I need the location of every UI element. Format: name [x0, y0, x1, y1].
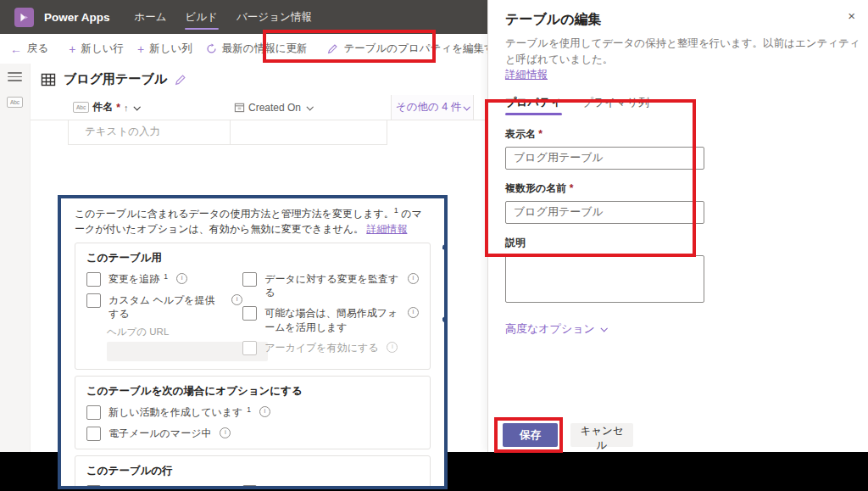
top-nav: ホーム ビルド バージョン情報	[125, 0, 321, 34]
plus-icon: +	[69, 43, 75, 55]
chevron-down-icon	[464, 103, 470, 110]
app-name: Power Apps	[44, 11, 110, 24]
new-row-button[interactable]: + 新しい行	[62, 42, 131, 56]
table-title: ブログ用テーブル	[64, 71, 167, 87]
info-icon: i	[408, 307, 419, 318]
plural-name-input[interactable]	[505, 201, 704, 224]
checkbox[interactable]	[242, 306, 257, 321]
details-link[interactable]: 詳細情報	[505, 68, 851, 82]
description-label: 説明	[505, 236, 851, 250]
plural-name-field: 複数形の名前 *	[505, 181, 851, 224]
cancel-button[interactable]: キャンセル	[570, 423, 633, 447]
refresh-icon	[206, 43, 217, 54]
nav-build[interactable]: ビルド	[176, 0, 227, 34]
info-icon: i	[408, 273, 419, 284]
text-type-icon: Abc	[73, 102, 89, 113]
text-column-icon[interactable]: Abc	[7, 97, 23, 108]
table-grid-icon	[41, 72, 56, 87]
section-title: このテーブルの行	[86, 464, 419, 478]
sort-ascending-icon: ↑	[124, 103, 129, 113]
display-name-input[interactable]	[505, 147, 704, 170]
checkbox[interactable]	[86, 272, 101, 287]
left-rail: Abc	[0, 64, 31, 452]
chevron-down-icon	[600, 325, 607, 332]
top-bar: Power Apps ホーム ビルド バージョン情報	[0, 0, 487, 34]
table-title-row: ブログ用テーブル	[41, 71, 186, 87]
info-icon: i	[387, 342, 398, 353]
back-arrow-icon: ←	[10, 43, 22, 55]
checkbox-team-access[interactable]: チームにアクセスする i	[86, 485, 242, 489]
tab-properties[interactable]: プロパティ	[505, 95, 562, 115]
chevron-down-icon	[134, 103, 141, 110]
callout-pointer	[442, 244, 448, 324]
section-table-rows: このテーブルの行 チームにアクセスする i 検索結果に表示	[75, 455, 431, 489]
close-icon[interactable]: ×	[848, 9, 855, 22]
screenshot-stage: Power Apps ホーム ビルド バージョン情報 ← 戻る + 新しい行 +…	[0, 0, 868, 491]
checkbox-show-in-search[interactable]: 検索結果に表示	[242, 485, 419, 489]
panel-description: テーブルを使用してデータの保持と整理を行います。以前はエンティティと呼ばれていま…	[505, 36, 861, 68]
section-make-optional: このテーブルを次の場合にオプションにする 新しい活動を作成しています 1 i 電…	[75, 376, 431, 449]
callout-details-link[interactable]: 詳細情報	[366, 223, 407, 235]
description-textarea[interactable]	[505, 255, 704, 303]
new-column-button[interactable]: + 新しい列	[131, 42, 199, 56]
table-options-callout: このテーブルに含まれるデータの使用方法と管理方法を変更します。1 のマークが付い…	[58, 195, 448, 489]
checkbox[interactable]	[86, 293, 101, 308]
advanced-options-link[interactable]: 高度なオプション	[505, 321, 606, 337]
checkbox-quick-create-forms[interactable]: 可能な場合は、簡易作成フォームを活用します i	[242, 306, 419, 333]
description-field: 説明	[505, 236, 851, 306]
section-title: このテーブル用	[86, 251, 419, 265]
checkbox-email-merge[interactable]: 電子メールのマージ中 i	[86, 427, 419, 441]
calendar-icon	[234, 102, 245, 113]
panel-title: テーブルの編集	[505, 11, 851, 29]
save-button[interactable]: 保存	[503, 423, 558, 447]
checkbox	[242, 341, 257, 355]
table-row: テキストの入力	[68, 120, 387, 145]
panel-tabs: プロパティ プライマリ列	[505, 95, 851, 115]
command-bar: ← 戻る + 新しい行 + 新しい列 最新の情報に更新	[0, 34, 487, 64]
display-name-field: 表示名 *	[505, 127, 851, 170]
nav-home[interactable]: ホーム	[125, 0, 176, 34]
power-apps-logo-icon[interactable]	[14, 8, 34, 27]
chevron-down-icon	[307, 103, 314, 110]
help-url-field: ヘルプの URL	[107, 326, 242, 361]
tab-primary-column[interactable]: プライマリ列	[582, 95, 650, 115]
column-header-subject[interactable]: Abc 件名 * ↑	[73, 95, 139, 120]
display-name-label: 表示名	[505, 128, 536, 140]
hamburger-menu-icon[interactable]	[8, 72, 22, 81]
back-button[interactable]: ← 戻る	[3, 42, 55, 56]
cell-placeholder: テキストの入力	[85, 125, 160, 139]
info-icon: i	[259, 406, 270, 417]
section-title: このテーブルを次の場合にオプションにする	[86, 384, 419, 399]
checkbox[interactable]	[86, 405, 101, 420]
section-for-this-table: このテーブル用 変更を追跡 1 i カスタム ヘルプを提供する i	[75, 243, 431, 370]
edit-table-panel: テーブルの編集 × テーブルを使用してデータの保持と整理を行います。以前はエンテ…	[487, 0, 868, 452]
info-icon: i	[221, 486, 232, 489]
pencil-icon	[327, 43, 338, 54]
info-icon: i	[231, 294, 242, 305]
plus-icon: +	[137, 43, 144, 55]
checkbox-audit-data-changes[interactable]: データに対する変更を監査する i	[242, 272, 419, 299]
column-header-created-on[interactable]: Created On	[234, 95, 312, 120]
rename-table-pencil-icon[interactable]	[175, 74, 186, 86]
created-on-cell[interactable]	[231, 120, 387, 145]
more-columns-button[interactable]: その他の 4 件	[391, 95, 474, 120]
checkbox-creating-new-activity[interactable]: 新しい活動を作成しています 1 i	[86, 405, 419, 420]
checkbox-enable-archive: アーカイブを有効にする i	[242, 341, 419, 355]
table-header-row: Abc 件名 * ↑ Created On	[31, 95, 487, 120]
edit-table-properties-button[interactable]: テーブルのプロパティを編集する	[320, 42, 512, 56]
panel-footer: 保存 キャンセル	[503, 423, 633, 447]
plural-name-label: 複数形の名前	[505, 182, 566, 194]
help-url-label: ヘルプの URL	[107, 326, 242, 338]
checkbox[interactable]	[86, 485, 101, 489]
checkbox-provide-custom-help[interactable]: カスタム ヘルプを提供する i	[86, 293, 242, 321]
callout-intro: このテーブルに含まれるデータの使用方法と管理方法を変更します。	[75, 208, 394, 220]
checkbox[interactable]	[86, 427, 101, 441]
checkbox[interactable]	[242, 485, 257, 489]
checkbox-track-changes[interactable]: 変更を追跡 1 i	[86, 272, 242, 287]
nav-version-info[interactable]: バージョン情報	[227, 0, 321, 34]
refresh-button[interactable]: 最新の情報に更新	[199, 42, 314, 56]
info-icon: i	[176, 273, 187, 284]
info-icon: i	[220, 427, 231, 438]
subject-cell[interactable]: テキストの入力	[68, 120, 231, 145]
checkbox[interactable]	[242, 272, 257, 287]
